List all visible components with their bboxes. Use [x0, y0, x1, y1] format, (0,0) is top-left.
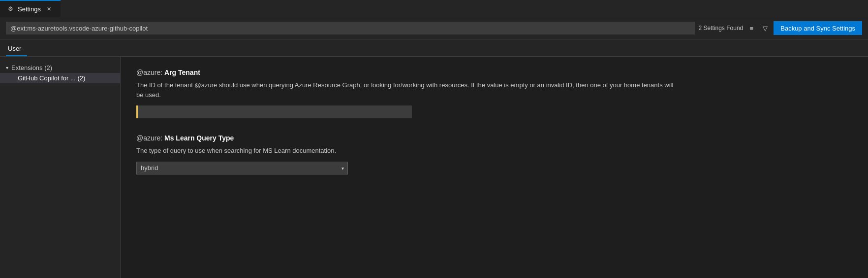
sidebar-group-extensions-label: Extensions (2): [11, 64, 52, 71]
setting-arg-tenant: @azure: Arg Tenant The ID of the tenant …: [136, 69, 852, 118]
setting-ms-learn-description: The type of query to use when searching …: [136, 146, 678, 156]
title-bar: ⚙ Settings ✕: [0, 0, 868, 17]
search-input[interactable]: [6, 22, 695, 35]
setting-arg-tenant-prefix: @azure:: [136, 69, 164, 76]
setting-arg-tenant-input[interactable]: [136, 105, 412, 118]
setting-ms-learn-name: Ms Learn Query Type: [164, 134, 234, 142]
setting-ms-learn-query-type-title: @azure: Ms Learn Query Type: [136, 134, 852, 142]
chevron-down-icon: ▾: [6, 65, 8, 70]
settings-tab-icon: ⚙: [7, 5, 14, 12]
setting-ms-learn-select[interactable]: hybrid fulltext semantic: [136, 162, 348, 174]
main-content: ▾ Extensions (2) GitHub Copilot for ... …: [0, 57, 868, 278]
tab-user-label: User: [8, 45, 21, 52]
sidebar: ▾ Extensions (2) GitHub Copilot for ... …: [0, 57, 121, 278]
filter-icon: ▽: [763, 25, 768, 32]
search-right: 2 Settings Found ≡ ▽ Backup and Sync Set…: [699, 21, 863, 35]
filter-button[interactable]: ▽: [760, 23, 771, 34]
scope-tabs: User: [0, 39, 868, 57]
setting-arg-tenant-name: Arg Tenant: [164, 69, 200, 76]
settings-found-badge: 2 Settings Found: [699, 25, 744, 32]
setting-arg-tenant-description: The ID of the tenant @azure should use w…: [136, 80, 678, 100]
list-icon: ≡: [749, 25, 753, 32]
list-view-button[interactable]: ≡: [746, 23, 757, 34]
setting-ms-learn-select-wrapper: hybrid fulltext semantic ▾: [136, 162, 348, 174]
backup-sync-button[interactable]: Backup and Sync Settings: [774, 21, 862, 35]
sidebar-item-github-copilot-label: GitHub Copilot for ... (2): [18, 74, 85, 82]
setting-ms-learn-query-type: @azure: Ms Learn Query Type The type of …: [136, 134, 852, 174]
setting-ms-learn-prefix: @azure:: [136, 134, 164, 142]
sidebar-group-extensions-header[interactable]: ▾ Extensions (2): [0, 63, 120, 73]
search-bar-area: 2 Settings Found ≡ ▽ Backup and Sync Set…: [0, 17, 868, 39]
tab-user[interactable]: User: [6, 42, 27, 56]
content-panel: @azure: Arg Tenant The ID of the tenant …: [121, 57, 868, 278]
sidebar-item-github-copilot[interactable]: GitHub Copilot for ... (2): [0, 73, 120, 83]
settings-tab[interactable]: ⚙ Settings ✕: [0, 0, 61, 17]
setting-arg-tenant-title: @azure: Arg Tenant: [136, 69, 852, 76]
sidebar-group-extensions: ▾ Extensions (2) GitHub Copilot for ... …: [0, 61, 120, 85]
settings-tab-label: Settings: [18, 5, 41, 13]
settings-tab-close[interactable]: ✕: [45, 4, 54, 13]
